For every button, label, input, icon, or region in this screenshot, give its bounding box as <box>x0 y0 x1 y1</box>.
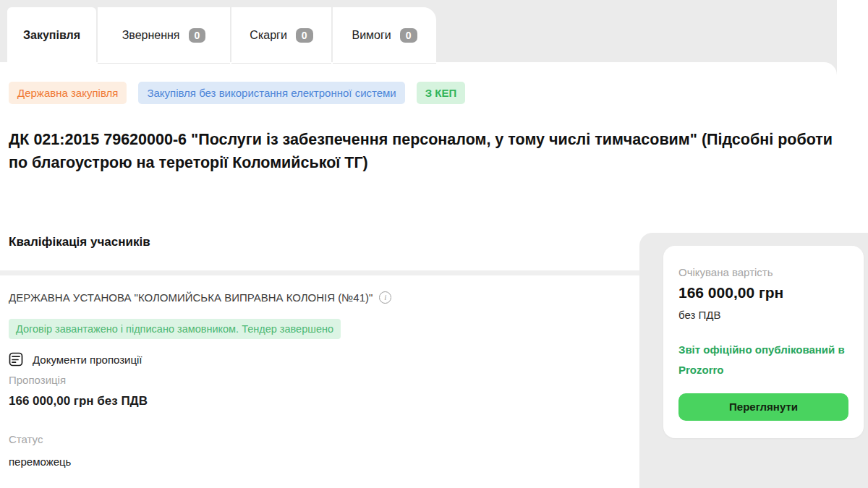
contract-status-badge: Договір завантажено і підписано замовник… <box>9 319 341 339</box>
info-icon[interactable]: i <box>379 291 391 304</box>
badge-state-procurement: Державна закупівля <box>9 82 127 104</box>
expected-value-card: Очікувана вартість 166 000,00 грн без ПД… <box>663 246 864 438</box>
status-value: переможець <box>9 455 71 468</box>
badge-kep: З КЕП <box>417 82 466 104</box>
tab-appeals[interactable]: Звернення 0 <box>98 7 230 64</box>
tab-complaints[interactable]: Скарги 0 <box>231 7 331 64</box>
tab-complaints-count: 0 <box>296 28 313 43</box>
badge-row: Державна закупівля Закупівля без викорис… <box>9 82 465 104</box>
tab-complaints-label: Скарги <box>250 29 286 42</box>
section-divider <box>0 270 644 275</box>
proposal-documents-label: Документи пропозиції <box>33 354 142 366</box>
qualification-heading: Кваліфікація учасників <box>9 235 150 249</box>
tab-appeals-label: Звернення <box>122 29 180 42</box>
view-button[interactable]: Переглянути <box>678 393 848 421</box>
tab-requirements[interactable]: Вимоги 0 <box>333 7 436 64</box>
proposal-documents-link[interactable]: Документи пропозиції <box>9 352 142 367</box>
tab-procurement[interactable]: Закупівля <box>7 7 96 64</box>
proposal-label: Пропозиція <box>9 374 66 386</box>
vat-note: без ПДВ <box>678 309 848 321</box>
status-label: Статус <box>9 433 43 445</box>
page-title: ДК 021:2015 79620000-6 "Послуги із забез… <box>9 128 833 175</box>
tab-bar: Закупівля Звернення 0 Скарги 0 Вимоги 0 <box>7 7 436 64</box>
supplier-row: ДЕРЖАВНА УСТАНОВА "КОЛОМИЙСЬКА ВИПРАВНА … <box>9 291 391 304</box>
document-icon <box>9 352 23 367</box>
expected-value-label: Очікувана вартість <box>678 266 848 278</box>
tab-appeals-count: 0 <box>189 28 206 43</box>
tab-procurement-label: Закупівля <box>23 29 80 42</box>
prozorro-report-link[interactable]: Звіт офіційно опублікований в Prozorro <box>678 340 848 380</box>
proposal-value: 166 000,00 грн без ПДВ <box>9 394 148 408</box>
expected-value-amount: 166 000,00 грн <box>678 284 848 301</box>
tab-requirements-count: 0 <box>400 28 417 43</box>
badge-no-esystem: Закупівля без використання електронної с… <box>138 82 404 104</box>
tab-requirements-label: Вимоги <box>352 29 391 42</box>
supplier-name: ДЕРЖАВНА УСТАНОВА "КОЛОМИЙСЬКА ВИПРАВНА … <box>9 291 373 304</box>
sidebar-panel: Очікувана вартість 166 000,00 грн без ПД… <box>639 233 868 488</box>
